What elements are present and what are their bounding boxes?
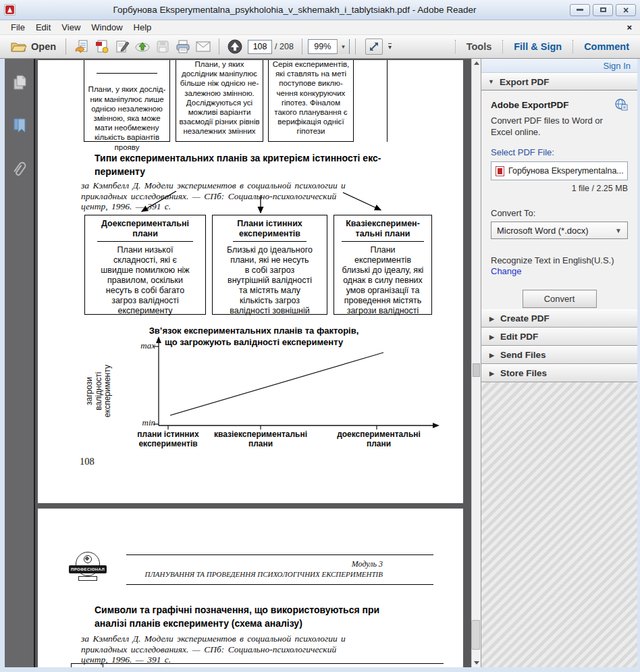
sign-in-link[interactable]: Sign In (604, 61, 631, 71)
pdf-file-icon (496, 166, 504, 176)
zoom-level-value[interactable]: 99% (309, 42, 337, 51)
fill-sign-button[interactable]: Fill & Sign (510, 40, 566, 53)
publisher-logo: ПРОФЕСІОНАЛ (69, 552, 107, 586)
select-pdf-file-label: Select PDF File: (491, 147, 628, 157)
menubar-close-icon[interactable]: × (624, 22, 635, 32)
sign-document-button[interactable] (113, 38, 131, 55)
module-subtitle: ПЛАНУВАННЯ ТА ПРОВЕДЕННЯ ПСИХОЛОГІЧНИХ Е… (126, 570, 383, 578)
close-icon: × (623, 5, 629, 15)
section-heading-2: Символи та графічні позначення, що викор… (95, 604, 432, 630)
convert-format-value: Microsoft Word (*.docx) (497, 226, 589, 236)
convert-button[interactable]: Convert (523, 290, 597, 308)
scrollbar-thumb[interactable] (473, 363, 480, 377)
chart-x-label-quasi: квазіекспериментальні плани (196, 430, 325, 448)
share-document-icon (74, 40, 89, 53)
create-pdf-button[interactable] (93, 38, 111, 55)
bookmark-icon (12, 118, 27, 134)
adobe-reader-window: Горбунова Eksperymentalna_psykholohia_v_… (0, 0, 640, 672)
share-document-button[interactable] (73, 38, 90, 55)
window-titlebar[interactable]: Горбунова Eksperymentalna_psykholohia_v_… (0, 0, 640, 20)
sign-in-bar: Sign In (481, 59, 637, 73)
table-edge-line (387, 60, 388, 142)
triangle-down-icon: ▼ (488, 78, 494, 85)
maximize-button[interactable] (593, 4, 613, 16)
page-up-icon (228, 39, 242, 54)
file-info: 1 file / 2.25 MB (491, 184, 628, 193)
minimize-button[interactable] (570, 4, 590, 16)
scroll-down-button[interactable] (472, 658, 481, 667)
chart-min-label: min (108, 417, 155, 428)
comment-button[interactable]: Comment (580, 40, 633, 53)
resize-arrows-icon (369, 41, 379, 52)
change-link[interactable]: Change (491, 266, 628, 276)
chart-y-axis-label: загрози валідності експерименту (85, 357, 113, 425)
document-pane[interactable]: Плани, у яких дослід- ник маніпулює лише… (35, 59, 471, 667)
panel-splitter-grip[interactable] (471, 620, 480, 650)
print-button[interactable] (174, 38, 192, 55)
create-pdf-section[interactable]: ▶ Create PDF (481, 309, 637, 328)
triangle-right-icon: ▶ (489, 352, 494, 359)
edit-pdf-label: Edit PDF (500, 332, 538, 342)
window-right-border (637, 59, 640, 667)
fit-window-button[interactable] (365, 38, 383, 55)
triangle-right-icon: ▶ (489, 370, 494, 377)
save-floppy-icon (156, 40, 169, 53)
logo-banner-text: ПРОФЕСІОНАЛ (69, 565, 107, 573)
bookmarks-button[interactable] (11, 117, 28, 134)
menubar: File Edit View Window Help × (0, 20, 640, 35)
navigation-sidebar (5, 59, 35, 667)
attachments-button[interactable] (11, 160, 28, 178)
document-scrollbar[interactable] (471, 59, 481, 667)
create-pdf-label: Create PDF (500, 313, 550, 324)
menu-file[interactable]: File (5, 21, 30, 34)
email-envelope-icon (196, 41, 211, 52)
plan-box-quasiexperimental: Квазіексперимен- тальні плани Плани експ… (334, 215, 432, 315)
convert-format-dropdown[interactable]: Microsoft Word (*.docx) ▼ (491, 222, 628, 239)
tools-button[interactable]: Tools (462, 40, 496, 53)
save-button[interactable] (154, 38, 171, 55)
menu-edit[interactable]: Edit (30, 21, 56, 34)
maximize-icon (600, 7, 606, 12)
create-pdf-icon (95, 40, 109, 53)
open-button-label: Open (31, 41, 56, 52)
table-left-border (71, 663, 72, 667)
tools-panel: Sign In ▼ Export PDF Adobe ExportPDF Con… (481, 59, 637, 667)
plan-box-preexperimental: Доекспериментальні плани Плани низької с… (84, 215, 206, 315)
logo-globe-icon (84, 555, 92, 563)
page-thumbnails-button[interactable] (11, 74, 28, 91)
open-button[interactable]: Open (7, 39, 60, 54)
window-bottom-border (0, 667, 640, 672)
menu-view[interactable]: View (56, 21, 86, 34)
section-heading-1: Типи експериментальних планів за критері… (95, 152, 425, 178)
export-pdf-header[interactable]: ▼ Export PDF (481, 73, 637, 91)
selected-file-box[interactable]: Горбунова Eksperymentalna... (491, 161, 628, 180)
table-column-divider (103, 663, 103, 667)
zoom-dropdown-button[interactable]: ▼ (337, 39, 349, 54)
page-up-button[interactable] (226, 38, 244, 55)
cut-header-rule (97, 71, 158, 74)
module-label: Модуль 3 (126, 559, 383, 569)
edit-pdf-section[interactable]: ▶ Edit PDF (481, 328, 637, 346)
online-globe-icon (614, 99, 628, 111)
cloud-upload-icon (134, 40, 151, 53)
store-files-section[interactable]: ▶ Store Files (481, 364, 637, 382)
scheme-box-multi-factor: Плани, у яких дослідник маніпулює більше… (176, 60, 263, 142)
scroll-up-button[interactable] (472, 59, 481, 68)
send-files-section[interactable]: ▶ Send Files (481, 346, 637, 364)
chart-x-label-pre: доекспериментальні плани (325, 430, 433, 448)
paperclip-icon (12, 160, 27, 178)
page-number-input[interactable] (248, 40, 272, 54)
close-button[interactable]: × (616, 4, 636, 16)
cloud-upload-button[interactable] (134, 38, 151, 55)
menu-help[interactable]: Help (128, 21, 157, 34)
page-total-label: / 208 (275, 42, 294, 51)
email-button[interactable] (194, 38, 212, 55)
page-number: 108 (80, 456, 95, 467)
chevron-down-icon: ▾ (388, 43, 392, 51)
store-files-label: Store Files (500, 368, 547, 378)
export-description: Convert PDF files to Word or Excel onlin… (491, 115, 619, 138)
toolbar-overflow-button[interactable]: ▾ (388, 43, 392, 50)
header-rule-top (126, 554, 433, 555)
menu-window[interactable]: Window (86, 21, 128, 34)
chart-max-label: max (108, 340, 155, 351)
